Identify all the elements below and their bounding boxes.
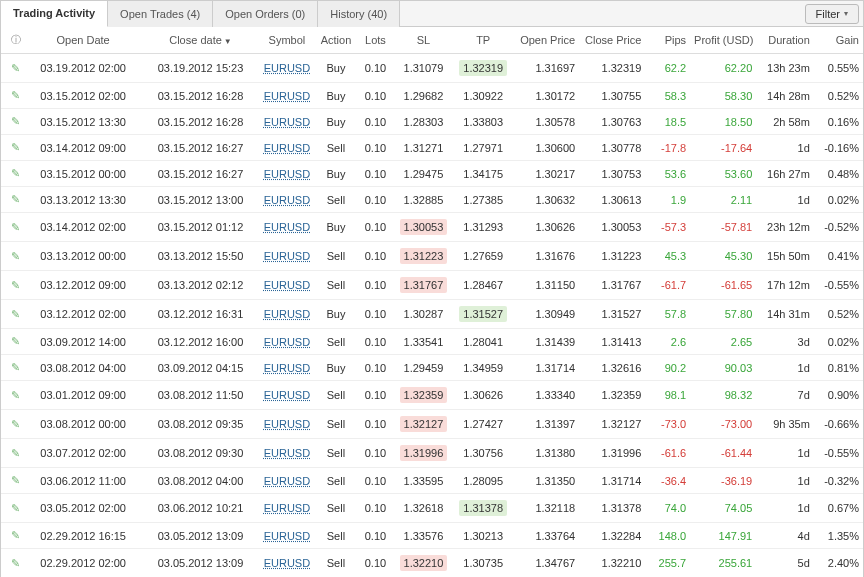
cell-duration: 1d bbox=[756, 468, 814, 494]
cell-pips: 2.6 bbox=[645, 329, 690, 355]
cell-sl: 1.31223 bbox=[394, 242, 454, 271]
edit-icon[interactable]: ✎ bbox=[5, 279, 20, 291]
cell-symbol[interactable]: EURUSD bbox=[259, 410, 314, 439]
col-symbol[interactable]: Symbol bbox=[259, 27, 314, 54]
cell-open-price: 1.31350 bbox=[513, 468, 579, 494]
col-tp[interactable]: TP bbox=[453, 27, 513, 54]
cell-sl: 1.29459 bbox=[394, 355, 454, 381]
tab-1[interactable]: Open Trades (4) bbox=[108, 1, 213, 27]
edit-icon[interactable]: ✎ bbox=[5, 502, 20, 514]
cell-open-date: 03.13.2012 13:30 bbox=[24, 187, 141, 213]
edit-icon[interactable]: ✎ bbox=[5, 115, 20, 127]
edit-icon[interactable]: ✎ bbox=[5, 62, 20, 74]
cell-symbol[interactable]: EURUSD bbox=[259, 187, 314, 213]
cell-symbol[interactable]: EURUSD bbox=[259, 329, 314, 355]
cell-symbol[interactable]: EURUSD bbox=[259, 523, 314, 549]
cell-close-price: 1.31767 bbox=[579, 271, 645, 300]
col-gain[interactable]: Gain bbox=[814, 27, 863, 54]
cell-lots: 0.10 bbox=[357, 549, 393, 578]
col-pips[interactable]: Pips bbox=[645, 27, 690, 54]
cell-symbol[interactable]: EURUSD bbox=[259, 549, 314, 578]
cell-tp: 1.27971 bbox=[453, 135, 513, 161]
cell-open-price: 1.30600 bbox=[513, 135, 579, 161]
cell-sl: 1.28303 bbox=[394, 109, 454, 135]
cell-action: Sell bbox=[315, 329, 358, 355]
table-row: ✎03.15.2012 00:0003.15.2012 16:27EURUSDB… bbox=[1, 161, 863, 187]
cell-symbol[interactable]: EURUSD bbox=[259, 242, 314, 271]
info-icon[interactable]: ⓘ bbox=[5, 34, 21, 45]
edit-icon[interactable]: ✎ bbox=[5, 141, 20, 153]
col-sl[interactable]: SL bbox=[394, 27, 454, 54]
cell-action: Buy bbox=[315, 161, 358, 187]
cell-action: Buy bbox=[315, 109, 358, 135]
cell-open-price: 1.31380 bbox=[513, 439, 579, 468]
cell-symbol[interactable]: EURUSD bbox=[259, 300, 314, 329]
tab-3[interactable]: History (40) bbox=[318, 1, 400, 27]
cell-tp: 1.34175 bbox=[453, 161, 513, 187]
edit-icon[interactable]: ✎ bbox=[5, 418, 20, 430]
table-row: ✎03.13.2012 13:3003.15.2012 13:00EURUSDS… bbox=[1, 187, 863, 213]
cell-symbol[interactable]: EURUSD bbox=[259, 494, 314, 523]
cell-symbol[interactable]: EURUSD bbox=[259, 213, 314, 242]
col-action[interactable]: Action bbox=[315, 27, 358, 54]
cell-duration: 16h 27m bbox=[756, 161, 814, 187]
cell-close-price: 1.31378 bbox=[579, 494, 645, 523]
col-duration[interactable]: Duration bbox=[756, 27, 814, 54]
edit-icon[interactable]: ✎ bbox=[5, 335, 20, 347]
cell-symbol[interactable]: EURUSD bbox=[259, 439, 314, 468]
edit-icon[interactable]: ✎ bbox=[5, 167, 20, 179]
edit-icon[interactable]: ✎ bbox=[5, 250, 20, 262]
edit-icon[interactable]: ✎ bbox=[5, 89, 20, 101]
edit-icon[interactable]: ✎ bbox=[5, 308, 20, 320]
cell-sl: 1.33576 bbox=[394, 523, 454, 549]
cell-symbol[interactable]: EURUSD bbox=[259, 83, 314, 109]
filter-button[interactable]: Filter bbox=[805, 4, 859, 24]
edit-icon[interactable]: ✎ bbox=[5, 389, 20, 401]
cell-symbol[interactable]: EURUSD bbox=[259, 135, 314, 161]
cell-pips: -73.0 bbox=[645, 410, 690, 439]
cell-open-price: 1.30172 bbox=[513, 83, 579, 109]
cell-profit: -36.19 bbox=[690, 468, 756, 494]
tab-2[interactable]: Open Orders (0) bbox=[213, 1, 318, 27]
cell-profit: -61.65 bbox=[690, 271, 756, 300]
cell-symbol[interactable]: EURUSD bbox=[259, 161, 314, 187]
edit-icon[interactable]: ✎ bbox=[5, 557, 20, 569]
trades-table: ⓘ Open Date Close date▼ Symbol Action Lo… bbox=[1, 27, 863, 577]
edit-icon[interactable]: ✎ bbox=[5, 447, 20, 459]
col-close-price[interactable]: Close Price bbox=[579, 27, 645, 54]
edit-icon[interactable]: ✎ bbox=[5, 474, 20, 486]
cell-lots: 0.10 bbox=[357, 300, 393, 329]
col-lots[interactable]: Lots bbox=[357, 27, 393, 54]
cell-open-price: 1.31676 bbox=[513, 242, 579, 271]
cell-pips: -57.3 bbox=[645, 213, 690, 242]
cell-symbol[interactable]: EURUSD bbox=[259, 355, 314, 381]
cell-close-date: 03.15.2012 13:00 bbox=[142, 187, 259, 213]
cell-gain: -0.66% bbox=[814, 410, 863, 439]
cell-sl: 1.31767 bbox=[394, 271, 454, 300]
col-close-date[interactable]: Close date▼ bbox=[142, 27, 259, 54]
header-row: ⓘ Open Date Close date▼ Symbol Action Lo… bbox=[1, 27, 863, 54]
edit-icon[interactable]: ✎ bbox=[5, 193, 20, 205]
cell-close-price: 1.31413 bbox=[579, 329, 645, 355]
cell-action: Buy bbox=[315, 300, 358, 329]
cell-symbol[interactable]: EURUSD bbox=[259, 109, 314, 135]
cell-close-date: 03.08.2012 04:00 bbox=[142, 468, 259, 494]
cell-symbol[interactable]: EURUSD bbox=[259, 271, 314, 300]
cell-symbol[interactable]: EURUSD bbox=[259, 468, 314, 494]
edit-icon[interactable]: ✎ bbox=[5, 221, 20, 233]
col-open-date[interactable]: Open Date bbox=[24, 27, 141, 54]
cell-open-date: 03.15.2012 13:30 bbox=[24, 109, 141, 135]
col-profit[interactable]: Profit (USD) bbox=[690, 27, 756, 54]
cell-tp: 1.32319 bbox=[453, 54, 513, 83]
tab-0[interactable]: Trading Activity bbox=[1, 1, 108, 27]
cell-pips: 255.7 bbox=[645, 549, 690, 578]
cell-open-price: 1.30632 bbox=[513, 187, 579, 213]
edit-icon[interactable]: ✎ bbox=[5, 529, 20, 541]
cell-symbol[interactable]: EURUSD bbox=[259, 381, 314, 410]
cell-gain: -0.16% bbox=[814, 135, 863, 161]
col-open-price[interactable]: Open Price bbox=[513, 27, 579, 54]
cell-close-price: 1.30053 bbox=[579, 213, 645, 242]
cell-symbol[interactable]: EURUSD bbox=[259, 54, 314, 83]
edit-icon[interactable]: ✎ bbox=[5, 361, 20, 373]
cell-lots: 0.10 bbox=[357, 242, 393, 271]
